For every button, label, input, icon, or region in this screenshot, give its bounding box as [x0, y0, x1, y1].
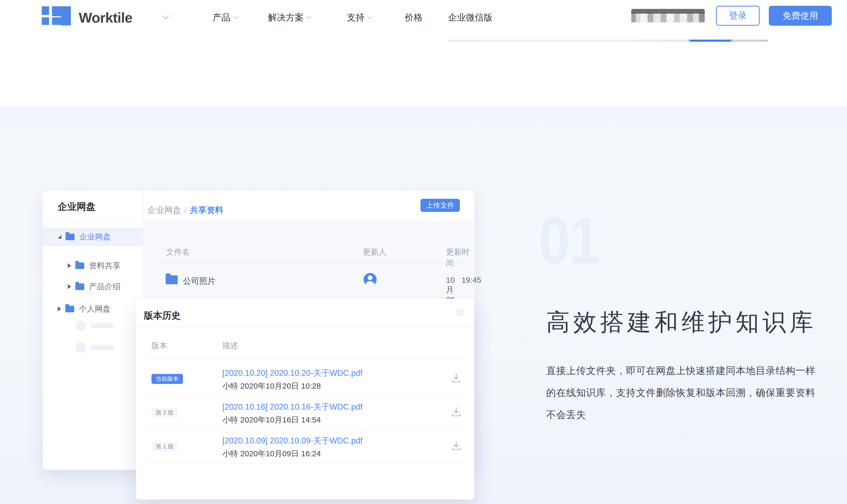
clipped-hero-edge: [448, 40, 768, 42]
nav-item-pricing[interactable]: 价格: [405, 12, 422, 23]
column-header-description: 描述: [222, 340, 238, 351]
version-meta: 小特 2020年10月09日 16:24: [222, 448, 321, 459]
chevron-down-icon: [367, 14, 372, 19]
version-meta: 小特 2020年10月20日 10:28: [222, 381, 321, 392]
caret-collapsed-icon[interactable]: [58, 307, 61, 311]
column-header-filename: 文件名: [166, 247, 190, 257]
tree-item-label: 个人网盘: [79, 304, 110, 314]
nav-item-label: 产品: [213, 12, 230, 23]
skeleton-avatar: [75, 342, 86, 353]
table-row[interactable]: 公司照片 10月29日 19:45: [143, 264, 474, 303]
version-row: 第 2 版 [2020.10.16] 2020.10.16-关于WDC.pdf …: [136, 396, 474, 429]
version-history-modal: 版本历史 版本 描述 当前版本 [2020.10.20] 2020.10.20-…: [136, 299, 474, 500]
brand-chevron-down-icon[interactable]: [163, 14, 168, 19]
breadcrumb-current: 共享资料: [190, 204, 223, 216]
folder-icon: [66, 234, 74, 240]
caret-collapsed-icon[interactable]: [68, 263, 71, 268]
upload-file-button[interactable]: 上传文件: [420, 199, 460, 212]
folder-icon: [75, 263, 84, 269]
tree-item-personal-drive[interactable]: 个人网盘: [43, 300, 143, 318]
top-navbar: Worktile 产品 解决方案 支持 价格 企业微信版 登录 免费使用: [0, 0, 847, 39]
nav-item-label: 企业微信版: [448, 12, 492, 23]
breadcrumb: 企业网盘 / 共享资料: [148, 204, 223, 216]
tree-item-label: 企业网盘: [79, 232, 111, 242]
skeleton-text-bar: [90, 345, 114, 350]
nav-item-wechat-work[interactable]: 企业微信版: [448, 12, 492, 23]
folder-icon: [166, 275, 178, 284]
nav-item-label: 支持: [347, 12, 365, 23]
login-button[interactable]: 登录: [716, 6, 760, 26]
signup-button[interactable]: 免费使用: [769, 6, 832, 26]
breadcrumb-separator: /: [184, 205, 187, 215]
nav-item-label: 价格: [405, 12, 422, 23]
tree-item-shared-docs[interactable]: 资料共享: [43, 256, 143, 275]
tree-item-enterprise-drive[interactable]: 企业网盘: [43, 228, 143, 246]
updater-avatar: [364, 273, 377, 286]
column-header-updater: 更新人: [363, 247, 386, 257]
version-badge: 第 2 版: [152, 408, 178, 418]
skeleton-text-bar: [90, 323, 114, 328]
version-row: 第 1 版 [2020.10.09] 2020.10.09-关于WDC.pdf …: [136, 430, 474, 463]
skeleton-list-item: [75, 321, 114, 331]
column-header-version: 版本: [152, 340, 167, 351]
folder-icon: [65, 306, 74, 312]
chevron-down-icon: [234, 14, 238, 19]
feature-description-line: 直接上传文件夹，即可在网盘上快速搭建同本地目录结构一样: [546, 360, 847, 382]
caret-collapsed-icon[interactable]: [68, 284, 71, 289]
worktile-landing-page: Worktile 产品 解决方案 支持 价格 企业微信版 登录 免费使用 01: [0, 0, 847, 504]
modal-corner-icon[interactable]: [456, 309, 463, 316]
version-badge-current: 当前版本: [152, 374, 183, 384]
version-file-link[interactable]: [2020.10.16] 2020.10.16-关于WDC.pdf: [222, 401, 362, 413]
caret-expanded-icon[interactable]: [58, 235, 62, 239]
nav-item-products[interactable]: 产品: [213, 12, 238, 23]
version-badge: 第 1 版: [152, 442, 178, 452]
feature-index-watermark: 01: [539, 202, 599, 278]
version-file-link[interactable]: [2020.10.20] 2020.10.20-关于WDC.pdf: [222, 368, 362, 379]
download-icon[interactable]: [451, 440, 462, 451]
version-file-link[interactable]: [2020.10.09] 2020.10.09-关于WDC.pdf: [222, 435, 362, 446]
skeleton-list-item: [75, 342, 114, 353]
breadcrumb-root[interactable]: 企业网盘: [148, 204, 181, 216]
nav-item-solutions[interactable]: 解决方案: [268, 12, 311, 23]
worktile-logo-icon[interactable]: [42, 6, 71, 25]
tree-item-product-intro[interactable]: 产品介绍: [43, 277, 143, 296]
tree-item-label: 产品介绍: [89, 281, 120, 292]
modal-title: 版本历史: [144, 309, 180, 322]
file-name[interactable]: 公司照片: [183, 275, 215, 287]
sidebar-title: 企业网盘: [58, 200, 96, 213]
feature-description-line: 不会丢失: [546, 404, 847, 426]
brand-wordmark[interactable]: Worktile: [79, 10, 132, 26]
feature-title: 高效搭建和维护知识库: [546, 306, 816, 338]
version-row: 当前版本 [2020.10.20] 2020.10.20-关于WDC.pdf 小…: [136, 362, 474, 395]
nav-item-support[interactable]: 支持: [347, 12, 371, 23]
divider: [146, 359, 465, 359]
masked-phone-number: [631, 9, 705, 25]
nav-item-label: 解决方案: [268, 12, 304, 23]
tree-item-label: 资料共享: [89, 260, 120, 271]
download-icon[interactable]: [451, 406, 462, 417]
divider: [136, 327, 474, 327]
version-meta: 小特 2020年10月16日 14:54: [222, 415, 321, 425]
folder-icon: [75, 284, 84, 290]
chevron-down-icon: [307, 14, 311, 19]
divider: [146, 463, 465, 464]
feature-description: 直接上传文件夹，即可在网盘上快速搭建同本地目录结构一样 的在线知识库，支持文件删…: [546, 360, 847, 426]
skeleton-avatar: [75, 321, 86, 331]
feature-description-line: 的在线知识库，支持文件删除恢复和版本回溯，确保重要资料: [546, 382, 847, 404]
download-icon[interactable]: [451, 372, 462, 383]
